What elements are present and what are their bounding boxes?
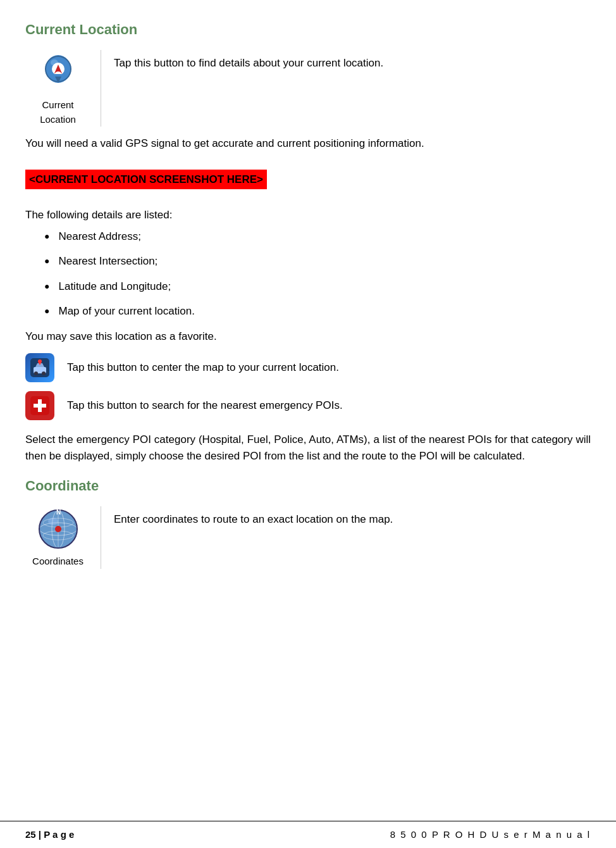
current-location-icon [35,50,81,96]
center-map-icon-box [25,353,54,382]
screenshot-placeholder-text: <CURRENT LOCATION SCREENSHOT HERE> [25,170,267,190]
list-item: Nearest Address; [44,228,591,245]
svg-point-25 [48,518,58,525]
emergency-icon-box [25,391,54,420]
coordinates-icon: N [35,506,81,552]
bullet-nearest-address: Nearest Address; [58,228,140,245]
screenshot-placeholder-bar: <CURRENT LOCATION SCREENSHOT HERE> [25,161,591,199]
bullet-lat-long: Latitude and Longitude; [58,278,171,295]
svg-point-12 [42,371,46,375]
list-item: Map of your current location. [44,303,591,320]
coordinates-desc: Enter coordinates to route to an exact l… [114,506,393,528]
svg-rect-17 [34,404,46,408]
svg-point-26 [55,526,61,532]
list-item: Latitude and Longitude; [44,278,591,295]
details-heading: The following details are listed: [25,207,591,223]
current-location-icon-label: CurrentLocation [40,98,76,127]
footer-page-number: 25 | P a g e [25,828,74,842]
center-map-desc: Tap this button to center the map to you… [67,353,339,376]
details-list: Nearest Address; Nearest Intersection; L… [44,228,591,320]
coordinate-icon-cell: N Coordinates [25,506,101,569]
gps-signal-text: You will need a valid GPS signal to get … [25,135,591,152]
coordinate-heading: Coordinate [25,475,591,496]
emergency-desc: Tap this button to search for the neares… [67,391,343,414]
emergency-icon-row: Tap this button to search for the neares… [25,391,591,420]
coordinate-icon-row: N Coordinates Enter coordinates to route… [25,506,591,569]
footer-manual-title: 8 5 0 0 P R O H D U s e r M a n u a l [390,828,591,842]
list-item: Nearest Intersection; [44,253,591,270]
center-map-row: Tap this button to center the map to you… [25,353,591,382]
bullet-nearest-intersection: Nearest Intersection; [58,253,157,270]
coordinates-icon-label: Coordinates [32,554,83,569]
save-location-text: You may save this location as a favorite… [25,328,591,345]
center-map-icon [29,357,51,378]
svg-text:N: N [56,509,61,516]
current-location-icon-row: CurrentLocation Tap this button to find … [25,50,591,127]
page-footer: 25 | P a g e 8 5 0 0 P R O H D U s e r M… [0,821,616,849]
svg-point-11 [34,371,38,375]
current-location-heading: Current Location [25,19,591,40]
current-location-desc: Tap this button to find details about yo… [114,50,383,72]
emergency-icon [29,395,51,416]
current-location-icon-cell: CurrentLocation [25,50,101,127]
emergency-detail-text: Select the emergency POI category (Hospi… [25,432,591,464]
bullet-map: Map of your current location. [58,303,194,320]
